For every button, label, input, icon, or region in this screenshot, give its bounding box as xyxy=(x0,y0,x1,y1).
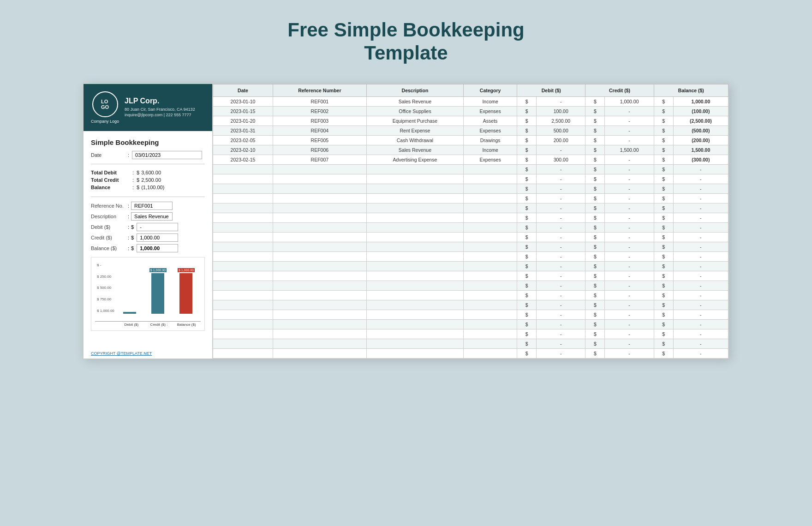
td-date: 2023-01-10 xyxy=(213,96,273,106)
bar-balance-label: $ 1,000.00 xyxy=(178,268,195,272)
td-debit-val: 300.00 xyxy=(537,155,585,164)
total-credit-label: Total Credit xyxy=(91,177,132,183)
detail-debit-row: Debit ($) : $ - xyxy=(91,223,205,231)
detail-debit-symbol: $ xyxy=(131,224,134,230)
td-credit-val: - xyxy=(605,126,654,135)
table-row-empty: $ - $ - $ - xyxy=(213,242,728,251)
total-credit-value: 2,500.00 xyxy=(141,177,161,183)
bar-credit xyxy=(151,273,164,314)
td-ref: REF007 xyxy=(273,155,366,164)
total-debit-value: 3,600.00 xyxy=(141,170,161,175)
td-credit-sym: $ xyxy=(585,155,605,164)
td-desc: Sales Revenue xyxy=(366,96,463,106)
x-label-debit: Debit ($) xyxy=(119,323,144,327)
table-row: 2023-01-20 REF003 Equipment Purchase Ass… xyxy=(213,116,728,126)
page-title: Free Simple Bookkeeping Template xyxy=(287,18,524,65)
th-cat: Category xyxy=(464,84,517,96)
td-debit-val: - xyxy=(537,96,585,106)
bar-credit-label: $ 1,000.00 xyxy=(149,268,167,272)
table-row-empty: $ - $ - $ - xyxy=(213,251,728,261)
td-desc: Equipment Purchase xyxy=(366,116,463,126)
td-bal-sym: $ xyxy=(654,126,673,135)
company-address: 80 Juan Cir, San Francisco, CA 94132 xyxy=(125,107,205,113)
ref-label: Reference No. xyxy=(91,203,128,209)
table-row: 2023-02-10 REF006 Sales Revenue Income $… xyxy=(213,145,728,155)
document-container: LOGO Company Logo JLP Corp. 80 Juan Cir,… xyxy=(83,84,729,359)
td-desc: Advertising Expense xyxy=(366,155,463,164)
company-name: JLP Corp. xyxy=(125,97,205,105)
total-debit-row: Total Debit : $ 3,600.00 xyxy=(91,170,205,175)
td-cat: Income xyxy=(464,145,517,155)
td-cat: Drawings xyxy=(464,135,517,145)
balance-symbol: $ xyxy=(137,185,139,190)
td-bal-val: (300.00) xyxy=(673,155,728,164)
bar-debit-group xyxy=(117,263,143,314)
detail-balance-value: 1,000.00 xyxy=(137,244,178,252)
td-debit-sym: $ xyxy=(517,126,537,135)
th-date: Date xyxy=(213,84,273,96)
table-row-empty: $ - $ - $ - xyxy=(213,271,728,281)
bar-debit xyxy=(123,312,136,314)
chart-area: $ 1,000.00 $ 750.00 $ 500.00 $ 250.00 $ … xyxy=(95,261,201,321)
detail-credit-row: Credit ($) : $ 1,000.00 xyxy=(91,233,205,242)
td-bal-val: 1,500.00 xyxy=(673,145,728,155)
company-header: LOGO Company Logo JLP Corp. 80 Juan Cir,… xyxy=(84,84,212,131)
table-row-empty: $ - $ - $ - xyxy=(213,184,728,193)
td-debit-val: 200.00 xyxy=(537,135,585,145)
td-date: 2023-02-05 xyxy=(213,135,273,145)
td-bal-val: (200.00) xyxy=(673,135,728,145)
td-date: 2023-01-31 xyxy=(213,126,273,135)
table-row-empty: $ - $ - $ - xyxy=(213,174,728,184)
td-desc: Rent Expense xyxy=(366,126,463,135)
company-logo-label: Company Logo xyxy=(91,119,119,124)
balance-value: (1,100.00) xyxy=(141,185,164,190)
table-header-row: Date Reference Number Description Catego… xyxy=(213,84,728,96)
detail-balance-row: Balance ($) : $ 1,000.00 xyxy=(91,244,205,252)
td-credit-val: 1,000.00 xyxy=(605,96,654,106)
date-row: Date : xyxy=(91,151,205,159)
table-row-empty: $ - $ - $ - xyxy=(213,319,728,329)
table-row-empty: $ - $ - $ - xyxy=(213,193,728,203)
td-date: 2023-02-10 xyxy=(213,145,273,155)
divider-2 xyxy=(91,197,205,197)
ref-value: REF001 xyxy=(131,202,173,210)
td-credit-val: - xyxy=(605,116,654,126)
td-ref: REF001 xyxy=(273,96,366,106)
divider-1 xyxy=(91,164,205,164)
date-input[interactable] xyxy=(132,151,202,159)
td-desc: Cash Withdrawal xyxy=(366,135,463,145)
th-debit: Debit ($) xyxy=(517,84,585,96)
x-label-credit: Credit ($) : xyxy=(147,323,172,327)
x-axis-labels: Debit ($) Credit ($) : Balance ($) xyxy=(95,321,201,327)
td-credit-val: - xyxy=(605,155,654,164)
td-credit-val: 1,500.00 xyxy=(605,145,654,155)
td-cat: Income xyxy=(464,96,517,106)
company-logo: LOGO xyxy=(92,91,118,117)
detail-debit-value: - xyxy=(137,223,178,231)
td-bal-sym: $ xyxy=(654,116,673,126)
td-credit-sym: $ xyxy=(585,96,605,106)
summary-section: Total Debit : $ 3,600.00 Total Credit : … xyxy=(91,170,205,190)
td-date: 2023-01-15 xyxy=(213,106,273,116)
company-contact: inquire@jlpcorp.com | 222 555 7777 xyxy=(125,112,205,118)
td-bal-sym: $ xyxy=(654,96,673,106)
section-title: Simple Bookkeeping xyxy=(91,138,205,146)
td-ref: REF006 xyxy=(273,145,366,155)
td-credit-sym: $ xyxy=(585,126,605,135)
bar-balance-group: $ 1,000.00 xyxy=(173,263,199,314)
td-bal-sym: $ xyxy=(654,135,673,145)
td-bal-sym: $ xyxy=(654,145,673,155)
detail-debit-label: Debit ($) xyxy=(91,224,128,230)
balance-label: Balance xyxy=(91,185,132,190)
td-cat: Expenses xyxy=(464,106,517,116)
table-row-empty: $ - $ - $ - xyxy=(213,261,728,271)
td-debit-val: 100.00 xyxy=(537,106,585,116)
detail-credit-value: 1,000.00 xyxy=(137,233,178,242)
td-cat: Expenses xyxy=(464,155,517,164)
table-row-empty: $ - $ - $ - xyxy=(213,222,728,232)
td-desc: Sales Revenue xyxy=(366,145,463,155)
detail-balance-label: Balance ($) xyxy=(91,245,128,251)
desc-row: Description : Sales Revenue xyxy=(91,212,205,221)
table-row: 2023-02-15 REF007 Advertising Expense Ex… xyxy=(213,155,728,164)
right-panel: Date Reference Number Description Catego… xyxy=(213,84,728,359)
